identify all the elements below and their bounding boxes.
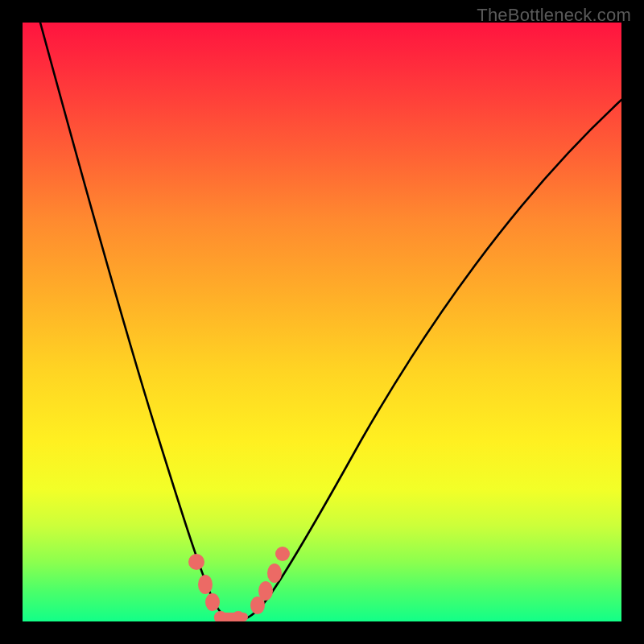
marker-dot — [214, 611, 227, 621]
watermark-text: TheBottleneck.com — [477, 5, 631, 26]
marker-dot — [232, 611, 245, 621]
curve-right-branch — [242, 100, 621, 620]
marker-dot — [275, 547, 290, 561]
marker-dot — [205, 593, 220, 611]
marker-dot — [267, 564, 282, 583]
curve-left-branch — [40, 23, 230, 620]
plot-area — [23, 23, 621, 621]
marker-dot — [188, 554, 204, 570]
marker-dot — [198, 575, 213, 594]
marker-dot — [258, 581, 273, 601]
curve-layer — [23, 23, 621, 621]
chart-frame: TheBottleneck.com — [0, 0, 644, 644]
marker-group — [188, 547, 290, 621]
